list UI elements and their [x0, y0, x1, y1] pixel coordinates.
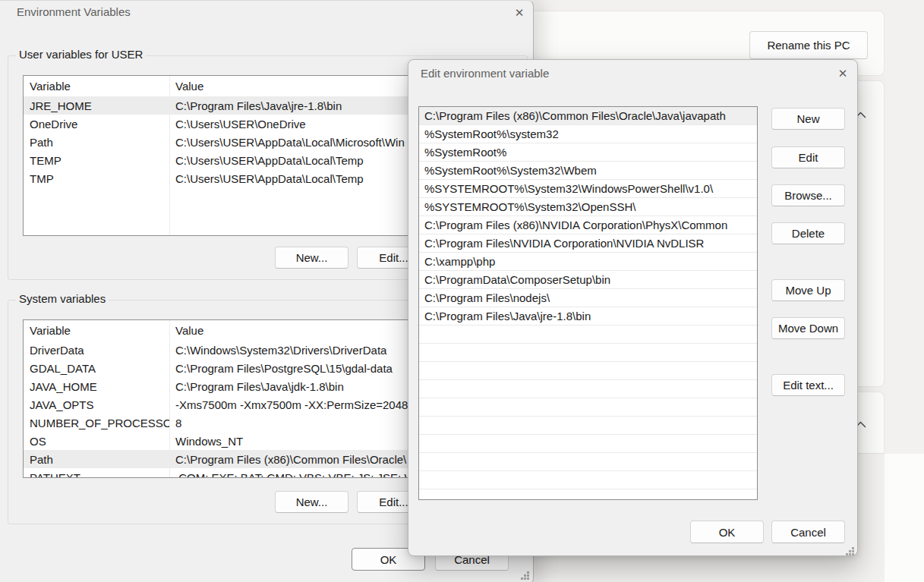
path-list-item[interactable]: %SystemRoot%\System32\Wbem	[419, 162, 757, 180]
variable-name: OneDrive	[24, 118, 169, 131]
resize-grip-icon[interactable]	[521, 571, 523, 574]
path-list[interactable]: C:\Program Files (x86)\Common Files\Orac…	[418, 106, 758, 500]
variable-name: PATHEXT	[24, 471, 169, 479]
variable-name: GDAL_DATA	[24, 362, 169, 375]
path-list-item[interactable]: C:\Program Files\NVIDIA Corporation\NVID…	[419, 234, 757, 253]
variable-name: DriverData	[24, 344, 169, 357]
path-list-item[interactable]: %SYSTEMROOT%\System32\OpenSSH\	[419, 198, 757, 216]
variable-name: Path	[24, 136, 169, 149]
settings-right-strip	[885, 454, 924, 582]
edit-environment-variable-dialog: Edit environment variable ✕ C:\Program F…	[408, 59, 858, 556]
variable-name: NUMBER_OF_PROCESSORS	[24, 417, 169, 429]
browse-button[interactable]: Browse...	[771, 184, 845, 206]
delete-button[interactable]: Delete	[771, 222, 845, 244]
system-variables-group-label: System variables	[16, 292, 109, 305]
variable-name: OS	[24, 435, 169, 448]
rename-this-pc-button[interactable]: Rename this PC	[749, 31, 868, 59]
resize-grip-icon[interactable]	[846, 547, 848, 549]
path-list-item[interactable]: %SystemRoot%\system32	[419, 125, 757, 143]
user-variables-group-label: User variables for USER	[16, 48, 146, 61]
column-header-variable: Variable	[24, 80, 169, 93]
variable-name: JAVA_HOME	[24, 380, 169, 393]
screen: Rename this PC Environment Variables ✕ U…	[0, 0, 924, 582]
variable-name: TEMP	[24, 154, 169, 167]
move-down-button[interactable]: Move Down	[771, 317, 845, 339]
path-list-item[interactable]: C:\ProgramData\ComposerSetup\bin	[419, 271, 757, 289]
column-header-variable: Variable	[24, 324, 169, 337]
path-list-item[interactable]: %SystemRoot%	[419, 143, 757, 162]
variable-name: JAVA_OPTS	[24, 398, 169, 411]
path-list-empty-row	[419, 326, 757, 344]
path-list-empty-row	[419, 398, 757, 417]
path-list-empty-row	[419, 344, 757, 362]
path-list-empty-row	[419, 362, 757, 380]
variable-name: JRE_HOME	[24, 99, 169, 112]
path-list-empty-row	[419, 380, 757, 398]
path-list-item[interactable]: C:\xampp\php	[419, 253, 757, 271]
variable-name: TMP	[24, 172, 169, 185]
path-list-empty-row	[419, 417, 757, 435]
path-list-empty-row	[419, 435, 757, 453]
edit-text-button[interactable]: Edit text...	[771, 374, 845, 396]
close-icon[interactable]: ✕	[509, 4, 530, 22]
move-up-button[interactable]: Move Up	[771, 279, 845, 301]
ok-button[interactable]: OK	[690, 521, 764, 543]
system-new-button[interactable]: New...	[275, 491, 348, 513]
path-list-item[interactable]: C:\Program Files\nodejs\	[419, 289, 757, 307]
cancel-button[interactable]: Cancel	[771, 521, 845, 543]
user-new-button[interactable]: New...	[275, 247, 348, 269]
path-list-item[interactable]: C:\Program Files\Java\jre-1.8\bin	[419, 307, 757, 326]
path-list-empty-row	[419, 471, 757, 489]
path-list-item[interactable]: C:\Program Files (x86)\NVIDIA Corporatio…	[419, 216, 757, 234]
dialog-title: Environment Variables	[17, 5, 131, 18]
edit-button[interactable]: Edit	[771, 146, 845, 168]
variable-name: Path	[24, 453, 169, 466]
path-list-empty-row	[419, 453, 757, 471]
close-icon[interactable]: ✕	[832, 64, 853, 83]
dialog-title: Edit environment variable	[421, 67, 549, 80]
path-list-item[interactable]: C:\Program Files (x86)\Common Files\Orac…	[419, 107, 757, 125]
new-button[interactable]: New	[771, 108, 845, 130]
path-list-item[interactable]: %SYSTEMROOT%\System32\WindowsPowerShell\…	[419, 180, 757, 198]
path-list-empty-row	[419, 489, 757, 500]
